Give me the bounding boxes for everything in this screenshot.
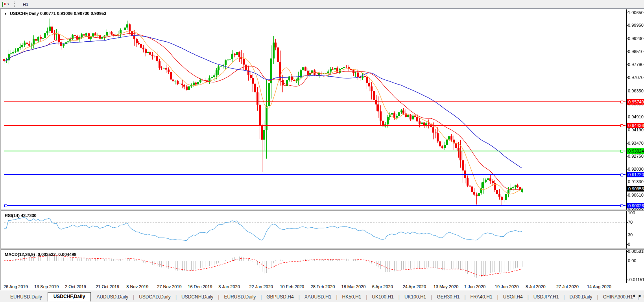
rsi-axis-label: 100 [628, 210, 635, 215]
main-chart-canvas[interactable] [1, 9, 644, 210]
tab-eurusd-daily[interactable]: EURUSD,Daily [6, 293, 47, 301]
current-price-label: 0.90953 [627, 186, 644, 192]
tab-dj30-daily[interactable]: DJ30,Daily [565, 293, 597, 301]
price-axis-tick-label: 0.99950 [628, 23, 644, 28]
time-axis-label: 27 Nov 2019 [157, 284, 181, 289]
price-axis-tick-label: 0.97070 [628, 75, 644, 80]
toolbar-grip[interactable] [14, 2, 17, 7]
rsi-panel-canvas[interactable] [1, 211, 644, 249]
tab-hk50-h1[interactable]: HK50,H1 [338, 293, 366, 301]
tab-scroll-right-icon[interactable]: ▶ [639, 294, 642, 298]
tab-usdcad-daily[interactable]: USDCAD,Daily [134, 293, 175, 301]
price-axis-tick-label: 0.92750 [628, 154, 644, 158]
rsi-name: RSI(14) [5, 213, 20, 218]
time-axis-label: 19 Jun 2020 [495, 284, 519, 289]
price-axis-tick-label: 0.91330 [628, 179, 644, 184]
chart-title-ohlc: 0.90771 0.91006 0.90730 0.90953 [40, 11, 106, 16]
tab-ger30-h1[interactable]: GER30,H1 [432, 293, 464, 301]
time-axis-label: 24 Apr 2020 [403, 284, 426, 289]
tab-uk100-h1[interactable]: UK100,H1 [367, 293, 398, 301]
time-axis-label: 6 Apr 2020 [372, 284, 393, 289]
price-axis-tick-label: 0.96350 [628, 88, 644, 93]
tab-gbpusd-h4[interactable]: GBPUSD,H4 [262, 293, 298, 301]
time-axis-label: 13 Sep 2019 [34, 284, 59, 289]
macd-axis-label: 0.00 [628, 258, 636, 263]
price-axis-tick-label: 0.92030 [628, 167, 644, 171]
price-axis-tick-label: 0.98510 [628, 49, 644, 54]
rsi-axis-label: 0 [628, 242, 630, 247]
level-price-label: 0.95740 [627, 99, 644, 105]
time-axis-label: 8 Jul 2020 [526, 284, 546, 289]
time-axis-label: 13 May 2020 [434, 284, 459, 289]
macd-axis-label: -0.01151 [628, 277, 644, 282]
chart-menu-icon[interactable]: ▼ [4, 12, 7, 16]
time-axis-label: 8 Nov 2019 [126, 284, 148, 289]
timeframe-button-h1[interactable]: H1 [19, 0, 35, 8]
tab-usdcnh-daily[interactable]: USDCNH,Daily [177, 293, 218, 301]
chart-title: ▼ USDCHF,Daily 0.90771 0.91006 0.90730 0… [4, 11, 106, 16]
time-axis-label: 22 Jan 2020 [249, 284, 273, 289]
time-axis-label: 1 Jun 2020 [464, 284, 485, 289]
rsi-axis-label: 70 [628, 220, 633, 225]
mt4-window: ▾ M1M5M15M30H1H4D1W1MN ▼ USDCHF,Daily 0.… [0, 0, 644, 302]
time-axis-label: 28 Feb 2020 [311, 284, 335, 289]
level-price-label: 0.90026 [627, 203, 644, 208]
price-axis-tick-label: 0.93470 [628, 141, 644, 145]
candlestick-chart-icon [1, 2, 7, 7]
macd-panel-canvas[interactable] [1, 250, 644, 283]
price-axis-tick-label: 0.97790 [628, 62, 644, 67]
macd-name: MACD(12,26,9) [5, 252, 35, 257]
chart-tab-bar: EURUSD,DailyUSDCHF,DailyAUDUSD,Daily|USD… [0, 290, 644, 302]
tab-usoil-h4[interactable]: USOil,H4 [498, 293, 528, 301]
tab-eurusd-daily[interactable]: EURUSD,Daily [219, 293, 260, 301]
tab-xauusd-h1[interactable]: XAUUSD,H1 [300, 293, 336, 301]
level-price-label: 0.91720 [627, 172, 644, 177]
timeframe-toolbar: ▾ M1M5M15M30H1H4D1W1MN [0, 0, 644, 9]
rsi-indicator-label: RSI(14) 43.7330 [5, 213, 37, 218]
price-axis-tick-label: 0.90610 [628, 193, 644, 197]
time-axis-label: 21 Oct 2019 [96, 284, 119, 289]
tab-audusd-daily[interactable]: AUDUSD,Daily [92, 293, 133, 301]
time-axis-label: 27 Jul 2020 [556, 284, 579, 289]
tab-scroll-left-icon[interactable]: ◀ [632, 294, 635, 298]
time-axis-label: 16 Dec 2019 [188, 284, 212, 289]
time-axis[interactable]: 26 Aug 201913 Sep 20192 Oct 201921 Oct 2… [1, 283, 644, 291]
panel-separator[interactable] [1, 210, 644, 211]
tab-fra40-h1[interactable]: FRA40,H1 [466, 293, 497, 301]
time-axis-label: 3 Jan 2020 [218, 284, 240, 289]
time-axis-label: 14 Aug 2020 [587, 284, 611, 289]
chart-title-symbol: USDCHF,Daily [10, 11, 39, 16]
rsi-axis-label: 30 [628, 232, 633, 237]
tab-uk100-h1[interactable]: UK100,H1 [400, 293, 431, 301]
rsi-value: 43.7330 [21, 213, 37, 218]
chart-tools-icon[interactable]: ▾ [0, 1, 10, 8]
macd-axis-label: 0.005818 [628, 249, 644, 254]
level-price-label: 0.94436 [627, 123, 644, 128]
time-axis-label: 2 Oct 2019 [65, 284, 86, 289]
time-axis-label: 26 Aug 2019 [4, 284, 28, 289]
macd-indicator-label: MACD(12,26,9) -0.003532 -0.004499 [5, 252, 76, 257]
tab-scroll-controls: ◀ ▶ [629, 294, 642, 298]
chart-window: ▼ USDCHF,Daily 0.90771 0.91006 0.90730 0… [0, 8, 644, 290]
time-axis-label: 10 Feb 2020 [280, 284, 304, 289]
panel-separator[interactable] [1, 249, 644, 250]
level-price-label: 0.93024 [627, 148, 644, 154]
price-axis-tick-label: 1.00650 [628, 10, 644, 15]
chart-tabs: EURUSD,DailyUSDCHF,DailyAUDUSD,Daily|USD… [6, 292, 644, 301]
tab-usdchf-daily[interactable]: USDCHF,Daily [48, 292, 91, 302]
tab-usdjpy-h1[interactable]: USDJPY,H1 [529, 293, 563, 301]
price-axis-tick-label: 0.94190 [628, 127, 644, 132]
chevron-down-icon: ▾ [7, 2, 9, 6]
price-axis-tick-label: 0.94910 [628, 114, 644, 119]
price-axis-tick-label: 0.99230 [628, 36, 644, 41]
macd-signal-value: -0.004499 [57, 252, 77, 257]
macd-main-value: -0.003532 [36, 252, 56, 257]
time-axis-label: 18 Mar 2020 [341, 284, 366, 289]
